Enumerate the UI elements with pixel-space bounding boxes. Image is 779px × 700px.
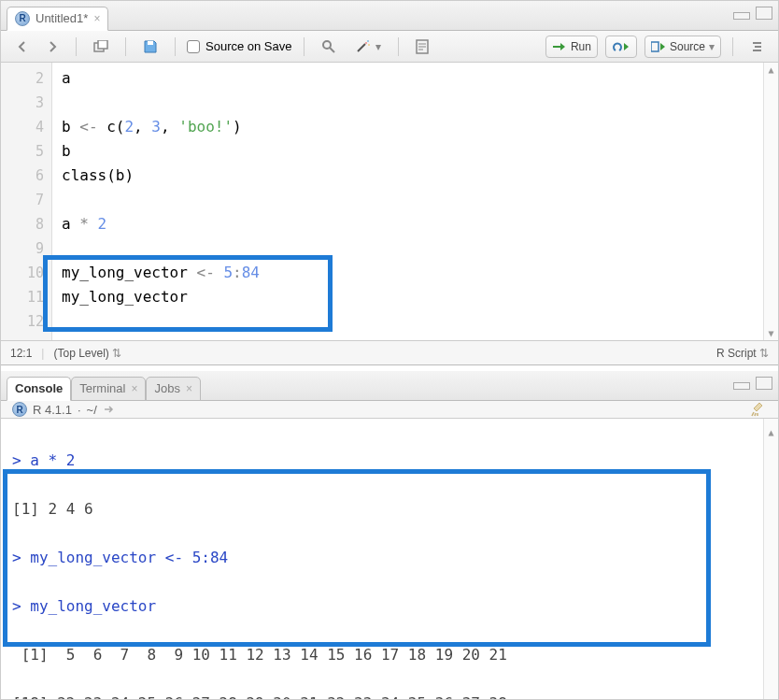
svg-point-5 — [365, 42, 367, 44]
svg-point-3 — [323, 41, 331, 49]
line-gutter: 2 3 4 5 6 7 8 9 10 11 12 — [1, 63, 52, 340]
outline-button[interactable] — [744, 36, 769, 58]
separator — [125, 37, 126, 56]
editor-scrollbar[interactable]: ▲ ▼ — [763, 63, 778, 340]
run-label: Run — [571, 40, 591, 53]
code-line — [62, 309, 754, 334]
find-button[interactable] — [316, 36, 342, 58]
maximize-pane-icon[interactable] — [756, 377, 772, 390]
svg-point-7 — [368, 44, 370, 46]
svg-rect-2 — [148, 41, 153, 45]
maximize-pane-icon[interactable] — [756, 7, 772, 20]
console-output[interactable]: > a * 2 [1] 2 4 6 > my_long_vector <- 5:… — [1, 419, 778, 700]
editor-tabbar: R Untitled1* × — [1, 1, 778, 31]
separator — [175, 37, 176, 56]
console-header: R R 4.1.1 · ~/ — [1, 401, 778, 419]
svg-rect-1 — [98, 40, 107, 49]
rerun-button[interactable] — [605, 36, 637, 58]
cursor-position: 12:1 — [10, 347, 32, 360]
tab-console[interactable]: Console — [7, 377, 71, 401]
console-output-line: [1] 5 6 7 8 9 10 11 12 13 14 15 16 17 18… — [12, 643, 767, 667]
console-tabbar: Console Terminal × Jobs × — [1, 371, 778, 401]
compile-report-button[interactable] — [410, 36, 434, 58]
r-logo-icon: R — [12, 402, 27, 417]
scroll-up-icon[interactable]: ▲ — [768, 64, 773, 75]
separator — [732, 37, 733, 56]
pane-window-controls — [733, 7, 772, 20]
tab-console-label: Console — [15, 381, 63, 395]
r-file-icon: R — [15, 11, 30, 26]
forward-button[interactable] — [40, 36, 64, 58]
console-output-line: [18] 22 23 24 25 26 27 28 29 30 31 32 33… — [12, 692, 767, 700]
code-line: a * 2 — [62, 212, 754, 236]
scope-selector[interactable]: (Top Level) ⇅ — [53, 347, 121, 360]
separator — [304, 37, 305, 56]
separator — [398, 37, 399, 56]
code-line — [62, 188, 754, 212]
run-button[interactable]: Run — [545, 36, 598, 58]
close-icon[interactable]: × — [93, 12, 100, 25]
back-button[interactable] — [10, 36, 35, 58]
code-line: a — [62, 66, 754, 91]
code-line — [62, 91, 754, 115]
tab-terminal[interactable]: Terminal × — [71, 377, 146, 401]
close-icon[interactable]: × — [186, 382, 192, 395]
working-dir[interactable]: ~/ — [87, 403, 97, 417]
tab-jobs-label: Jobs — [154, 381, 179, 395]
code-line: class(b) — [62, 164, 754, 188]
language-selector[interactable]: R Script ⇅ — [716, 347, 769, 360]
code-tools-button[interactable]: ▾ — [349, 36, 387, 58]
svg-point-6 — [367, 40, 369, 42]
close-icon[interactable]: × — [131, 382, 137, 395]
tab-jobs[interactable]: Jobs × — [146, 377, 200, 401]
code-line: my_long_vector <- 5:84 — [62, 261, 754, 285]
code-line: b — [62, 139, 754, 164]
source-button[interactable]: Source ▾ — [644, 36, 721, 58]
code-editor[interactable]: 2 3 4 5 6 7 8 9 10 11 12 a b <- c(2, 3, … — [1, 63, 778, 340]
svg-line-4 — [330, 48, 334, 52]
pane-window-controls — [733, 377, 772, 390]
console-input-line: > a * 2 — [12, 449, 767, 473]
source-on-save-label: Source on Save — [205, 39, 292, 53]
svg-rect-13 — [651, 42, 659, 51]
source-label: Source — [670, 40, 705, 53]
code-line: my_long_vector — [62, 285, 754, 309]
show-in-new-window-button[interactable] — [88, 36, 114, 58]
clear-console-icon[interactable] — [750, 401, 767, 418]
editor-toolbar: Source on Save ▾ Run Source ▾ — [1, 31, 778, 63]
editor-tab-untitled[interactable]: R Untitled1* × — [7, 7, 108, 31]
console-input-line: > my_long_vector <- 5:84 — [12, 546, 767, 570]
scroll-up-icon[interactable]: ▲ — [768, 421, 773, 445]
minimize-pane-icon[interactable] — [733, 12, 750, 20]
minimize-pane-icon[interactable] — [733, 382, 750, 390]
source-on-save-toggle[interactable]: Source on Save — [187, 39, 292, 53]
code-line: b <- c(2, 3, 'boo!') — [62, 115, 754, 139]
save-button[interactable] — [137, 36, 163, 58]
console-input-line: > my_long_vector — [12, 594, 767, 619]
editor-tab-title: Untitled1* — [35, 11, 88, 25]
separator — [76, 37, 77, 56]
console-output-line: [1] 2 4 6 — [12, 497, 767, 521]
console-scrollbar[interactable]: ▲ ▼ — [763, 419, 778, 700]
r-version: R 4.1.1 — [33, 403, 72, 417]
code-line — [62, 236, 754, 261]
code-area[interactable]: a b <- c(2, 3, 'boo!') b class(b) a * 2 … — [52, 63, 763, 340]
scroll-down-icon[interactable]: ▼ — [768, 328, 773, 338]
tab-terminal-label: Terminal — [79, 381, 125, 395]
popout-icon[interactable] — [103, 404, 116, 415]
editor-statusbar: 12:1 | (Top Level) ⇅ R Script ⇅ — [1, 340, 778, 364]
checkbox-icon — [187, 40, 200, 53]
